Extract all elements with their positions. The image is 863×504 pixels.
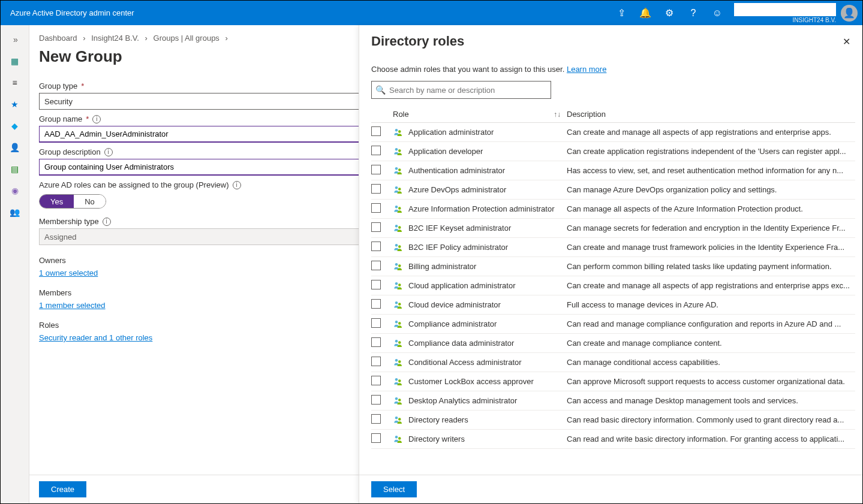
role-search-input[interactable] — [389, 86, 547, 95]
col-role-header[interactable]: Role — [393, 110, 409, 119]
roles-assign-toggle[interactable]: Yes No — [39, 194, 106, 209]
info-icon[interactable]: i — [104, 148, 113, 156]
role-row[interactable]: Directory readersCan read basic director… — [371, 411, 855, 430]
breadcrumb-tenant[interactable]: Insight24 B.V. — [91, 34, 139, 43]
role-row[interactable]: Azure DevOps administratorCan manage Azu… — [371, 180, 855, 200]
toggle-yes[interactable]: Yes — [40, 195, 74, 208]
role-checkbox[interactable] — [371, 203, 381, 213]
roles-table-header: Role ↑↓ Description — [371, 106, 855, 123]
sort-icon[interactable]: ↑↓ — [554, 110, 561, 119]
svg-point-19 — [398, 303, 401, 306]
role-row[interactable]: Desktop Analytics administratorCan acces… — [371, 391, 855, 411]
role-row[interactable]: Customer LockBox access approverCan appr… — [371, 372, 855, 391]
info-icon[interactable]: i — [103, 218, 111, 226]
members-link[interactable]: 1 member selected — [39, 301, 106, 310]
tenant-switcher[interactable]: INSIGHT24 B.V. — [734, 3, 836, 23]
role-checkbox[interactable] — [371, 261, 381, 270]
role-desc: Can create and manage all aspects of app… — [567, 128, 855, 137]
role-row[interactable]: Azure Information Protection administrat… — [371, 200, 855, 219]
breadcrumb-dashboard[interactable]: Dashboard — [39, 34, 77, 43]
role-row[interactable]: Compliance data administratorCan create … — [371, 334, 855, 353]
role-checkbox[interactable] — [371, 395, 381, 405]
bell-icon[interactable]: 🔔 — [633, 1, 657, 25]
role-checkbox[interactable] — [371, 184, 381, 194]
breadcrumb-groups[interactable]: Groups | All groups — [154, 34, 219, 43]
role-search[interactable]: 🔍 — [371, 81, 551, 99]
role-row[interactable]: Conditional Access administratorCan mana… — [371, 353, 855, 372]
learn-more-link[interactable]: Learn more — [567, 65, 606, 74]
role-row[interactable]: B2C IEF Policy administratorCan create a… — [371, 238, 855, 257]
dashboard-icon[interactable]: ▦ — [5, 52, 25, 71]
role-row[interactable]: Compliance administratorCan read and man… — [371, 315, 855, 334]
col-desc-header[interactable]: Description — [567, 110, 855, 119]
role-checkbox[interactable] — [371, 165, 381, 174]
close-icon[interactable]: ✕ — [843, 36, 850, 47]
role-row[interactable]: Application administratorCan create and … — [371, 123, 855, 142]
identity-governance-icon[interactable]: ◉ — [5, 181, 25, 200]
role-row[interactable]: Cloud application administratorCan creat… — [371, 276, 855, 295]
role-checkbox[interactable] — [371, 414, 381, 424]
info-icon[interactable]: i — [92, 115, 101, 123]
svg-point-28 — [395, 397, 398, 400]
svg-point-22 — [395, 340, 398, 343]
enterprise-users-icon[interactable]: 👥 — [5, 203, 25, 222]
app-title: Azure Active Directory admin center — [10, 8, 134, 17]
create-button[interactable]: Create — [39, 481, 86, 497]
role-checkbox[interactable] — [371, 318, 381, 328]
role-name: Azure DevOps administrator — [408, 185, 506, 194]
avatar[interactable]: 👤 — [841, 5, 858, 22]
topbar-search-input[interactable] — [734, 3, 836, 16]
select-button[interactable]: Select — [371, 481, 417, 497]
role-checkbox[interactable] — [371, 146, 381, 155]
users-icon[interactable]: 👤 — [5, 138, 25, 157]
svg-point-18 — [395, 301, 398, 304]
role-name: Cloud application administrator — [408, 281, 515, 290]
help-icon[interactable]: ? — [681, 1, 705, 25]
role-desc: Can perform common billing related tasks… — [567, 262, 855, 271]
role-row[interactable]: Billing administratorCan perform common … — [371, 257, 855, 276]
role-row[interactable]: Directory writersCan read and write basi… — [371, 430, 855, 449]
role-name: Compliance administrator — [408, 319, 497, 328]
roles-link[interactable]: Security reader and 1 other roles — [39, 333, 152, 342]
role-checkbox[interactable] — [371, 280, 381, 289]
svg-point-33 — [398, 437, 401, 440]
notifications-console-icon[interactable]: ⇪ — [609, 1, 633, 25]
role-name: Authentication administrator — [408, 166, 505, 175]
svg-point-12 — [395, 244, 398, 247]
role-row[interactable]: Authentication administratorHas access t… — [371, 161, 855, 180]
toggle-no[interactable]: No — [74, 195, 106, 208]
role-name: Application developer — [408, 147, 483, 156]
apps-icon[interactable]: ▤ — [5, 159, 25, 179]
role-icon — [393, 415, 404, 425]
role-name: B2C IEF Keyset administrator — [408, 224, 511, 233]
role-desc: Can manage all aspects of the Azure Info… — [567, 204, 855, 213]
info-icon[interactable]: i — [233, 181, 241, 189]
feedback-icon[interactable]: ☺ — [705, 1, 729, 25]
role-icon — [393, 223, 404, 234]
role-desc: Can manage secrets for federation and en… — [567, 224, 855, 233]
role-checkbox[interactable] — [371, 299, 381, 309]
role-icon — [393, 280, 404, 291]
role-checkbox[interactable] — [371, 126, 381, 136]
favorites-icon[interactable]: ★ — [5, 95, 25, 114]
role-name: Application administrator — [408, 128, 494, 137]
role-row[interactable]: Application developerCan create applicat… — [371, 142, 855, 161]
role-icon — [393, 204, 404, 215]
role-checkbox[interactable] — [371, 222, 381, 232]
role-checkbox[interactable] — [371, 337, 381, 347]
role-row[interactable]: Cloud device administratorFull access to… — [371, 295, 855, 315]
collapse-rail-icon[interactable]: » — [6, 30, 25, 49]
role-name: Directory writers — [408, 434, 465, 443]
search-icon: 🔍 — [375, 85, 386, 95]
role-row[interactable]: B2C IEF Keyset administratorCan manage s… — [371, 219, 855, 238]
role-icon — [393, 300, 404, 310]
role-checkbox[interactable] — [371, 433, 381, 443]
role-desc: Can create and manage all aspects of app… — [567, 281, 855, 290]
role-checkbox[interactable] — [371, 242, 381, 251]
role-checkbox[interactable] — [371, 357, 381, 366]
azure-ad-icon[interactable]: ◆ — [5, 116, 25, 135]
gear-icon[interactable]: ⚙ — [657, 1, 681, 25]
role-checkbox[interactable] — [371, 376, 381, 385]
all-services-icon[interactable]: ≡ — [5, 73, 25, 92]
owners-link[interactable]: 1 owner selected — [39, 268, 98, 277]
